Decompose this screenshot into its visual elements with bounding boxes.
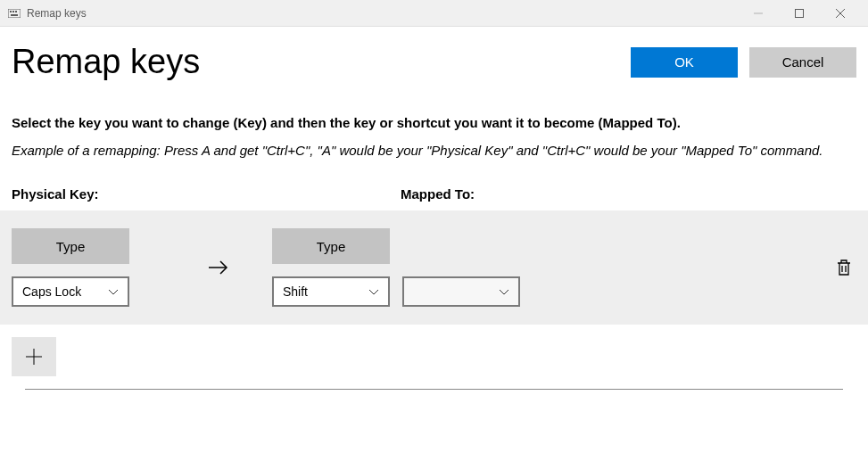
column-headers: Physical Key: Mapped To:	[12, 186, 856, 202]
instruction-text: Select the key you want to change (Key) …	[12, 115, 856, 130]
mapped-to-header: Mapped To:	[401, 186, 475, 202]
mapped-to-block: Type Shift	[272, 228, 520, 307]
keyboard-icon	[7, 6, 21, 21]
mapped-key-value: Shift	[283, 284, 308, 299]
ok-button[interactable]: OK	[631, 47, 738, 78]
maximize-button[interactable]	[779, 0, 820, 27]
svg-rect-2	[12, 11, 14, 12]
svg-rect-1	[10, 11, 12, 12]
mapped-key-dropdown[interactable]: Shift	[272, 276, 390, 307]
svg-rect-0	[8, 9, 21, 18]
chevron-down-icon	[108, 284, 119, 299]
svg-rect-6	[796, 9, 804, 17]
physical-key-value: Caps Lock	[22, 284, 81, 299]
cancel-button[interactable]: Cancel	[749, 47, 856, 78]
physical-key-block: Type Caps Lock	[12, 228, 129, 307]
svg-rect-4	[11, 14, 18, 16]
mapping-row: Type Caps Lock Type Shift	[0, 210, 868, 325]
header: Remap keys OK Cancel	[0, 27, 868, 90]
delete-row-button[interactable]	[831, 255, 856, 280]
example-text: Example of a remapping: Press A and get …	[12, 141, 856, 160]
chevron-down-icon	[368, 284, 379, 299]
svg-rect-3	[15, 11, 17, 12]
arrow-icon	[129, 259, 272, 276]
physical-key-dropdown[interactable]: Caps Lock	[12, 276, 129, 307]
type-mapped-button[interactable]: Type	[272, 228, 390, 264]
plus-icon	[24, 347, 44, 367]
titlebar: Remap keys	[0, 0, 868, 27]
add-row-button[interactable]	[12, 337, 56, 376]
minimize-button[interactable]	[738, 0, 779, 27]
divider	[25, 389, 843, 390]
window-title: Remap keys	[27, 7, 87, 20]
close-button[interactable]	[820, 0, 861, 27]
physical-key-header: Physical Key:	[12, 186, 401, 202]
type-physical-button[interactable]: Type	[12, 228, 129, 264]
trash-icon	[836, 259, 852, 276]
chevron-down-icon	[499, 284, 509, 299]
mapped-key2-dropdown[interactable]	[402, 276, 520, 307]
page-title: Remap keys	[12, 43, 619, 81]
